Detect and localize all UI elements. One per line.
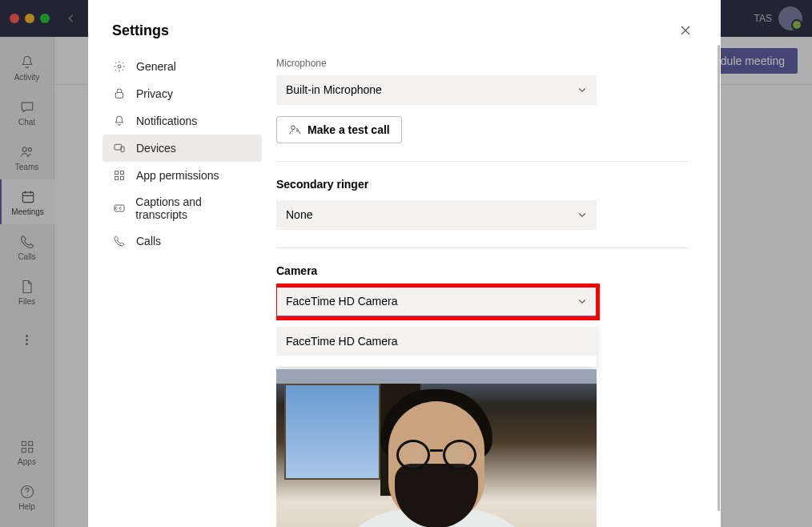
svg-rect-13 (120, 171, 123, 175)
svg-rect-9 (115, 93, 123, 99)
nav-privacy[interactable]: Privacy (103, 80, 262, 107)
camera-dropdown-menu: FaceTime HD Camera (276, 324, 597, 367)
microphone-dropdown[interactable]: Built-in Microphone (276, 75, 597, 105)
nav-label: Privacy (136, 87, 173, 100)
nav-app-permissions[interactable]: App permissions (103, 162, 262, 189)
chevron-down-icon (577, 85, 587, 95)
bell-icon (112, 114, 127, 128)
svg-point-17 (291, 126, 295, 130)
settings-title: Settings (112, 22, 169, 39)
nav-label: Devices (136, 142, 176, 155)
svg-rect-10 (115, 144, 122, 150)
nav-general[interactable]: General (103, 53, 262, 80)
gear-icon (112, 59, 127, 74)
microphone-label: Microphone (276, 58, 689, 69)
settings-content: Microphone Built-in Microphone Make a te… (276, 53, 721, 527)
microphone-value: Built-in Microphone (286, 83, 382, 96)
camera-dropdown[interactable]: FaceTime HD Camera (276, 287, 597, 317)
nav-label: Notifications (136, 115, 197, 127)
devices-icon (112, 141, 127, 155)
nav-calls[interactable]: Calls (103, 227, 262, 255)
nav-captions[interactable]: Captions and transcripts (103, 189, 262, 227)
captions-icon (112, 201, 126, 215)
nav-label: Captions and transcripts (135, 195, 252, 221)
nav-notifications[interactable]: Notifications (103, 107, 262, 135)
svg-rect-12 (115, 171, 119, 175)
person-call-icon (288, 123, 301, 136)
secondary-ringer-heading: Secondary ringer (276, 178, 689, 191)
grid-icon (112, 168, 127, 183)
phone-icon (112, 234, 127, 248)
camera-heading: Camera (276, 264, 689, 277)
close-button[interactable] (674, 19, 697, 42)
settings-sidebar: General Privacy Notifications Devices Ap… (88, 53, 276, 527)
nav-label: General (136, 60, 176, 73)
nav-label: Calls (136, 235, 161, 247)
test-call-button[interactable]: Make a test call (276, 116, 402, 143)
secondary-ringer-value: None (286, 208, 312, 221)
chevron-down-icon (577, 296, 587, 306)
camera-option[interactable]: FaceTime HD Camera (276, 327, 597, 356)
lock-icon (112, 86, 127, 101)
secondary-ringer-dropdown[interactable]: None (276, 200, 597, 230)
svg-rect-14 (115, 176, 119, 179)
scrollbar[interactable] (718, 45, 720, 511)
nav-label: App permissions (136, 169, 219, 182)
svg-point-8 (118, 65, 121, 68)
camera-value: FaceTime HD Camera (286, 295, 398, 308)
test-call-label: Make a test call (308, 123, 390, 136)
camera-preview: Preview (276, 369, 597, 527)
settings-modal: Settings General Privacy Notifications D… (88, 0, 721, 527)
svg-rect-15 (120, 176, 123, 179)
nav-devices[interactable]: Devices (103, 135, 262, 162)
close-icon (679, 24, 692, 37)
chevron-down-icon (577, 210, 587, 219)
